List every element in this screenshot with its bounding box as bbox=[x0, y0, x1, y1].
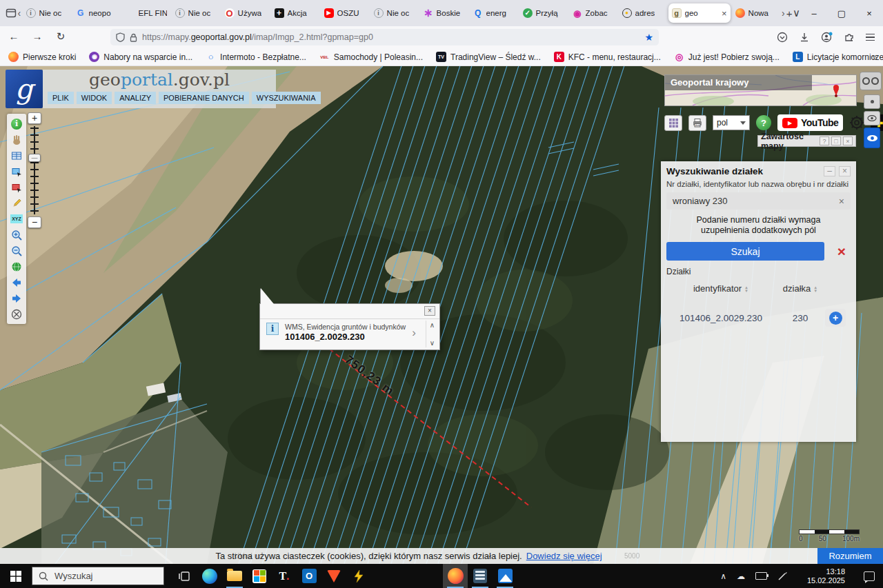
browser-tab[interactable]: Nowa bbox=[732, 3, 780, 23]
menu-icon[interactable] bbox=[866, 34, 875, 41]
sort-icons[interactable]: ▲▼ bbox=[813, 286, 817, 293]
layer-dot-button[interactable] bbox=[864, 94, 880, 109]
browser-tab[interactable]: EFL FINAN bbox=[122, 3, 170, 23]
select-area-icon[interactable] bbox=[10, 165, 23, 178]
zoom-out-button[interactable]: − bbox=[28, 216, 41, 228]
zoom-slider-handle[interactable]: — bbox=[28, 154, 41, 162]
taskbar-clock[interactable]: 13:18 15.02.2025 bbox=[807, 567, 845, 585]
address-bar[interactable]: https://mapy.geoportal.gov.pl/imap/Imgp_… bbox=[110, 29, 659, 45]
overview-map[interactable]: Geoportal krajowy bbox=[664, 74, 857, 106]
zoom-in-button[interactable]: + bbox=[28, 112, 41, 124]
panel-close-button[interactable]: × bbox=[843, 136, 853, 145]
bookmark-item[interactable]: ◎ Już jest! Pobierz swoją... bbox=[674, 52, 780, 62]
taskbar-search-box[interactable]: Wyszukaj bbox=[32, 567, 164, 585]
cookie-learn-more-link[interactable]: Dowiedz się więcej bbox=[526, 551, 602, 561]
tab-close-icon[interactable]: × bbox=[722, 8, 727, 19]
photos-icon[interactable] bbox=[493, 564, 517, 588]
bookmark-item[interactable]: Pierwsze kroki bbox=[8, 52, 76, 62]
pan-hand-icon[interactable] bbox=[10, 133, 23, 146]
bookmark-item[interactable]: K KFC - menu, restauracj... bbox=[554, 52, 661, 62]
browser-tab[interactable]: Q energ bbox=[470, 3, 518, 23]
tracking-shield-icon[interactable] bbox=[116, 32, 125, 42]
zoom-out-tool-icon[interactable] bbox=[10, 244, 23, 257]
browser-tab[interactable]: g geo × bbox=[668, 3, 731, 23]
new-tab-button[interactable]: + bbox=[786, 8, 793, 19]
browser-tab[interactable]: i Nie oc bbox=[370, 3, 419, 23]
list-all-tabs-icon[interactable]: ∨ bbox=[793, 7, 800, 19]
firefox-view-button[interactable] bbox=[6, 4, 17, 22]
deselect-area-icon[interactable] bbox=[10, 181, 23, 194]
popup-close-button[interactable]: × bbox=[424, 306, 435, 316]
menu-item[interactable]: ANALIZY bbox=[115, 92, 156, 104]
file-explorer-icon[interactable] bbox=[222, 564, 247, 588]
previous-view-icon[interactable] bbox=[10, 276, 23, 289]
browser-tab[interactable]: ● adres bbox=[619, 3, 667, 23]
zoom-track[interactable]: — bbox=[28, 126, 41, 214]
bookmark-item[interactable]: TV TradingView – Śledź w... bbox=[436, 52, 541, 62]
add-parcel-button[interactable]: + bbox=[825, 309, 846, 327]
pocket-icon[interactable] bbox=[777, 32, 788, 43]
brave-icon[interactable] bbox=[321, 564, 346, 588]
tab-scroll-left-icon[interactable]: ‹ bbox=[17, 8, 22, 19]
window-minimize-button[interactable]: – bbox=[800, 0, 828, 26]
start-button[interactable] bbox=[0, 564, 32, 588]
reload-button[interactable]: ↻ bbox=[52, 30, 69, 44]
browser-tab[interactable]: ✓ Przyłą bbox=[519, 3, 568, 23]
legend-grid-icon[interactable] bbox=[664, 115, 682, 131]
browser-tab[interactable]: ∗ Boskie bbox=[420, 3, 468, 23]
menu-item[interactable]: WYSZUKIWANIA bbox=[252, 92, 321, 104]
menu-item[interactable]: POBIERANIE DANYCH bbox=[159, 92, 249, 104]
firefox-icon[interactable] bbox=[443, 564, 468, 588]
microsoft-store-icon[interactable] bbox=[247, 564, 272, 588]
draw-pencil-icon[interactable] bbox=[10, 196, 23, 210]
lightning-app-icon[interactable] bbox=[346, 564, 371, 588]
task-view-button[interactable] bbox=[172, 564, 197, 588]
tradingview-icon[interactable]: T. bbox=[272, 564, 297, 588]
outlook-icon[interactable]: O bbox=[297, 564, 321, 588]
bookmark-item[interactable]: VBL Samochody | Poleasin... bbox=[319, 52, 423, 62]
browser-tab[interactable]: ▶ OSZU bbox=[321, 3, 369, 23]
clear-selection-icon[interactable] bbox=[10, 307, 23, 321]
identify-info-button[interactable]: i bbox=[10, 117, 23, 130]
bookmark-star-icon[interactable]: ★ bbox=[644, 32, 653, 43]
popup-expand-chevron[interactable]: › bbox=[412, 327, 416, 338]
cancel-search-icon[interactable]: × bbox=[833, 244, 851, 258]
account-icon[interactable] bbox=[821, 32, 833, 43]
menu-item[interactable]: WIDOK bbox=[77, 92, 112, 104]
active-layer-eye-button[interactable] bbox=[864, 128, 880, 148]
scroll-up-icon[interactable]: ∧ bbox=[430, 321, 435, 329]
next-view-icon[interactable] bbox=[10, 292, 23, 305]
bookmark-item[interactable]: L Licytacje komornicze ... bbox=[793, 52, 883, 62]
language-select[interactable]: pol bbox=[713, 115, 750, 130]
bookmark-item[interactable]: ○ Intermoto - Bezpłatne... bbox=[206, 52, 306, 62]
browser-tab[interactable]: i Nie oc bbox=[23, 3, 71, 23]
forward-button[interactable]: → bbox=[29, 30, 46, 44]
browser-tab[interactable]: i Nie oc bbox=[172, 3, 220, 23]
attribute-table-icon[interactable] bbox=[10, 149, 23, 162]
search-button[interactable]: Szukaj bbox=[666, 242, 824, 261]
print-icon[interactable]: data bbox=[688, 115, 706, 131]
bookmark-item[interactable]: ◉ Nabory na wsparcie in... bbox=[89, 52, 192, 62]
extensions-icon[interactable] bbox=[844, 32, 855, 43]
geoportal-logo[interactable]: g bbox=[6, 70, 43, 108]
tab-scroll-right-icon[interactable]: › bbox=[781, 8, 786, 19]
column-parcel[interactable]: działka▲▼ bbox=[775, 283, 825, 294]
settings-gear-icon[interactable] bbox=[849, 115, 864, 130]
column-identifier[interactable]: identyfikator▲▼ bbox=[666, 283, 775, 294]
parcel-search-input[interactable]: wroniawy 230 × bbox=[666, 192, 851, 210]
panel-minimize-button[interactable]: – bbox=[824, 166, 835, 176]
full-extent-globe-icon[interactable] bbox=[10, 260, 23, 273]
overview-settings-button[interactable] bbox=[860, 72, 882, 90]
battery-icon[interactable] bbox=[755, 572, 767, 580]
help-button[interactable]: ? bbox=[756, 115, 771, 130]
sort-icons[interactable]: ▲▼ bbox=[744, 286, 748, 293]
popup-scrollbar[interactable]: ∧ ∨ bbox=[426, 321, 438, 347]
notification-center-icon[interactable] bbox=[864, 571, 875, 581]
xyz-coordinates-icon[interactable]: XYZ bbox=[10, 212, 23, 225]
clear-input-icon[interactable]: × bbox=[839, 196, 844, 207]
youtube-button[interactable]: ▶ YouTube bbox=[777, 114, 843, 131]
cookie-accept-button[interactable]: Rozumiem bbox=[817, 548, 883, 564]
pen-icon[interactable] bbox=[777, 571, 787, 581]
bookmarks-overflow-icon[interactable]: » bbox=[872, 48, 877, 66]
window-restore-button[interactable]: ▢ bbox=[828, 0, 855, 26]
